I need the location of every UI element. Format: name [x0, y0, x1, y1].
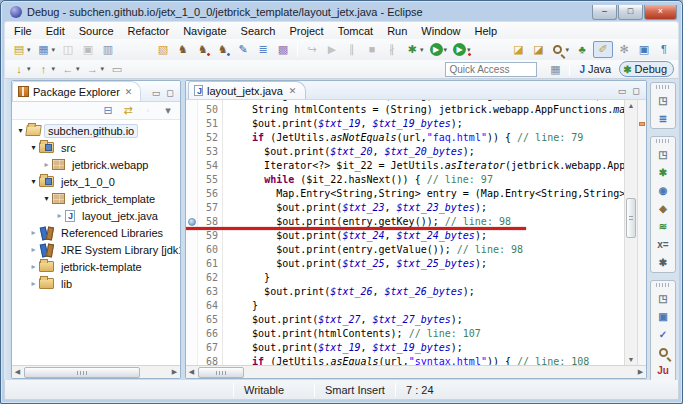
back-button[interactable]: ←▾	[59, 61, 82, 78]
menu-edit[interactable]: Edit	[39, 23, 72, 39]
occurrence-marker[interactable]	[639, 122, 645, 126]
tree-item-subchen-github-io[interactable]: ▾subchen.github.io	[12, 122, 180, 139]
collapse-arrow-icon[interactable]: ▾	[28, 143, 39, 152]
restore-bottom-stack-button[interactable]: ◳	[651, 289, 675, 307]
forward-button[interactable]: →▾	[84, 61, 107, 78]
dropdown-arrow-icon[interactable]: ▾	[420, 46, 424, 54]
view-close-icon[interactable]: ✕	[125, 87, 133, 97]
dropdown-arrow-icon[interactable]: ▾	[52, 65, 56, 73]
annotation-ruler[interactable]	[186, 100, 198, 365]
debug-view-icon[interactable]: ≣	[651, 109, 675, 127]
last-edit-location-button[interactable]: ▭	[108, 61, 126, 78]
terminate-button[interactable]: ■	[363, 41, 381, 58]
code-editor[interactable]: String markdownFile = (String) context.g…	[223, 100, 624, 365]
perspective-java-button[interactable]: J Java	[576, 62, 617, 76]
dropdown-arrow-icon[interactable]: ▾	[101, 65, 105, 73]
maximize-button[interactable]: □	[618, 5, 643, 20]
save-button[interactable]: ◫	[59, 41, 77, 58]
collapse-arrow-icon[interactable]: ▾	[41, 194, 52, 203]
dropdown-arrow-icon[interactable]: ▾	[52, 46, 56, 54]
menu-window[interactable]: Window	[414, 23, 467, 39]
search-button[interactable]: ▾	[549, 41, 571, 58]
mark-occurrences-button[interactable]: ✐	[593, 41, 613, 58]
scroll-up-icon[interactable]: ▲	[625, 100, 637, 111]
tomcat-update-context-button[interactable]: ≣	[254, 41, 272, 58]
menu-search[interactable]: Search	[234, 23, 283, 39]
tree-item-src[interactable]: ▾src	[12, 139, 180, 156]
block-selection-button[interactable]: ▣	[635, 41, 653, 58]
restore-debug-stack-button[interactable]: ◳	[651, 145, 675, 163]
minimize-view-button[interactable]: ▭	[149, 88, 163, 98]
annotation-button[interactable]: ✻	[615, 41, 633, 58]
expand-arrow-icon[interactable]: ▸	[41, 160, 52, 169]
menu-tomcat[interactable]: Tomcat	[331, 23, 380, 39]
tree-item-jetbrick-webapp[interactable]: ▸jetbrick.webapp	[12, 156, 180, 173]
scroll-right-icon[interactable]: ▶	[169, 368, 180, 376]
servers-view-icon[interactable]: ✱	[651, 253, 675, 271]
maximize-editor-button[interactable]: ◻	[629, 86, 643, 96]
tree-item-jetx-1-0-0[interactable]: ▾jetx_1_0_0	[12, 173, 180, 190]
close-button[interactable]: ×	[644, 5, 677, 20]
expand-arrow-icon[interactable]: ▸	[28, 228, 39, 237]
package-explorer-tab[interactable]: Package Explorer ✕	[12, 81, 141, 101]
drag-handle[interactable]	[656, 283, 670, 287]
menu-refactor[interactable]: Refactor	[121, 23, 177, 39]
scroll-thumb[interactable]	[24, 367, 140, 378]
menu-project[interactable]: Project	[282, 23, 330, 39]
tree-item-jetbrick-template[interactable]: ▾jetbrick_template	[12, 190, 180, 207]
expand-arrow-icon[interactable]: ▸	[28, 279, 39, 288]
overview-ruler[interactable]	[637, 100, 646, 365]
tomcat-war-export-button[interactable]: ▩	[274, 41, 292, 58]
display-view-icon[interactable]: ≋	[651, 217, 675, 235]
external-tools-button[interactable]: ▶▾	[451, 41, 473, 58]
editor-hscrollbar[interactable]: ◀ ▶	[186, 365, 646, 378]
search-view-icon[interactable]	[651, 343, 675, 361]
run-last-launch-button[interactable]: ↪	[303, 41, 321, 58]
menu-help[interactable]: Help	[467, 23, 504, 39]
minimize-editor-button[interactable]: ▭	[615, 86, 629, 96]
plugin-button[interactable]: ♣	[573, 41, 591, 58]
dropdown-arrow-icon[interactable]: ▾	[76, 65, 80, 73]
tree-item-lib[interactable]: ▸lib	[12, 275, 180, 292]
maximize-view-button[interactable]: ◻	[163, 88, 177, 98]
menu-navigate[interactable]: Navigate	[176, 23, 233, 39]
perspective-debug-button[interactable]: ✱ Debug	[619, 61, 674, 77]
tomcat-writer-button[interactable]: ✎	[234, 41, 252, 58]
tab-close-icon[interactable]: ✕	[289, 86, 297, 96]
print-button[interactable]: ▥	[99, 41, 117, 58]
editor-vscrollbar[interactable]: ▲ ▼	[624, 100, 637, 365]
tree-item-jre-system-library-jdk1-6-0-41[interactable]: ▸JRE System Library [jdk1.6.0_41	[12, 241, 180, 258]
tree-item-jetbrick-template[interactable]: ▸jetbrick-template	[12, 258, 180, 275]
view-menu-button[interactable]: ▾	[159, 102, 177, 119]
open-task-button[interactable]: ◪	[509, 41, 527, 58]
breakpoint-icon[interactable]	[188, 218, 196, 226]
scroll-thumb[interactable]	[198, 367, 244, 378]
run-button[interactable]: ▶▾	[428, 41, 450, 58]
dropdown-arrow-icon[interactable]: ▾	[565, 46, 569, 54]
expand-arrow-icon[interactable]: ▸	[28, 262, 39, 271]
expand-arrow-icon[interactable]: ▸	[54, 211, 65, 220]
collapse-arrow-icon[interactable]: ▾	[28, 177, 39, 186]
tomcat-stop-button[interactable]: ♞	[194, 41, 212, 58]
breakpoints-view-icon[interactable]: ◉	[651, 181, 675, 199]
debug-button[interactable]: ✱▾	[403, 41, 426, 58]
junit-view-icon[interactable]: Ju	[651, 361, 675, 379]
dropdown-arrow-icon[interactable]: ▾	[27, 65, 31, 73]
save-all-button[interactable]: ▣	[79, 41, 97, 58]
previous-annotation-button[interactable]: ↑▾	[35, 61, 58, 78]
collapse-arrow-icon[interactable]: ▾	[15, 126, 26, 135]
scroll-down-icon[interactable]: ▼	[625, 354, 637, 365]
show-whitespace-button[interactable]: ¶	[655, 41, 673, 58]
dropdown-arrow-icon[interactable]: ▾	[27, 46, 31, 54]
expand-arrow-icon[interactable]: ▸	[28, 245, 39, 254]
drag-handle[interactable]	[656, 139, 670, 143]
scroll-left-icon[interactable]: ◀	[12, 368, 23, 376]
open-perspective-button[interactable]: ▦	[546, 61, 564, 78]
scroll-right-icon[interactable]: ▶	[635, 368, 646, 376]
collapse-all-button[interactable]: ⊟	[99, 102, 117, 119]
package-explorer-hscrollbar[interactable]: ◀ ▶	[12, 365, 180, 378]
tree-item-layout-jetx-java[interactable]: ▸layout_jetx.java	[12, 207, 180, 224]
menu-source[interactable]: Source	[72, 23, 121, 39]
tasks-view-icon[interactable]: ✓	[651, 325, 675, 343]
restore-view-button[interactable]: ◳	[651, 91, 675, 109]
